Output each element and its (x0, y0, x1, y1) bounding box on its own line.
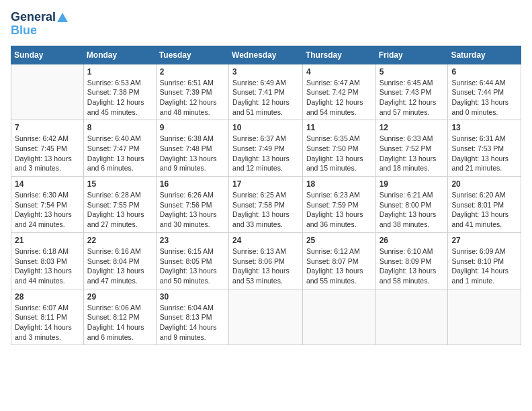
header-tuesday: Tuesday (156, 46, 228, 64)
calendar-cell: 11Sunrise: 6:35 AMSunset: 7:50 PMDayligh… (302, 120, 375, 177)
day-number: 8 (87, 123, 152, 132)
day-info: Sunrise: 6:30 AMSunset: 7:54 PMDaylight:… (15, 190, 80, 230)
day-info: Sunrise: 6:16 AMSunset: 8:04 PMDaylight:… (87, 246, 152, 286)
calendar-cell: 29Sunrise: 6:06 AMSunset: 8:12 PMDayligh… (83, 289, 156, 345)
day-number: 1 (87, 67, 152, 77)
logo: General Blue (11, 11, 68, 38)
day-info: Sunrise: 6:28 AMSunset: 7:55 PMDaylight:… (87, 190, 152, 230)
header-friday: Friday (375, 46, 448, 64)
calendar-cell: 25Sunrise: 6:12 AMSunset: 8:07 PMDayligh… (302, 232, 375, 289)
day-number: 12 (380, 123, 445, 132)
logo-triangle-icon (57, 13, 68, 22)
day-info: Sunrise: 6:25 AMSunset: 7:58 PMDaylight:… (232, 190, 299, 230)
day-info: Sunrise: 6:44 AMSunset: 7:44 PMDaylight:… (451, 78, 517, 118)
day-info: Sunrise: 6:12 AMSunset: 8:07 PMDaylight:… (306, 246, 372, 286)
calendar-cell: 10Sunrise: 6:37 AMSunset: 7:49 PMDayligh… (229, 120, 303, 177)
calendar-week-3: 14Sunrise: 6:30 AMSunset: 7:54 PMDayligh… (11, 177, 521, 233)
calendar-cell: 6Sunrise: 6:44 AMSunset: 7:44 PMDaylight… (448, 64, 521, 120)
day-number: 2 (160, 67, 225, 77)
day-number: 22 (87, 236, 152, 245)
calendar-cell: 9Sunrise: 6:38 AMSunset: 7:48 PMDaylight… (156, 120, 228, 177)
calendar-table: SundayMondayTuesdayWednesdayThursdayFrid… (11, 46, 521, 346)
day-number: 10 (232, 123, 299, 132)
calendar-cell: 14Sunrise: 6:30 AMSunset: 7:54 PMDayligh… (11, 177, 84, 233)
calendar-cell: 28Sunrise: 6:07 AMSunset: 8:11 PMDayligh… (11, 289, 84, 345)
calendar-cell: 18Sunrise: 6:23 AMSunset: 7:59 PMDayligh… (302, 177, 375, 233)
calendar-cell: 2Sunrise: 6:51 AMSunset: 7:39 PMDaylight… (156, 64, 228, 120)
day-info: Sunrise: 6:47 AMSunset: 7:42 PMDaylight:… (306, 78, 372, 118)
day-number: 11 (306, 123, 372, 132)
day-number: 14 (15, 179, 80, 189)
day-info: Sunrise: 6:37 AMSunset: 7:49 PMDaylight:… (232, 134, 299, 173)
day-info: Sunrise: 6:04 AMSunset: 8:13 PMDaylight:… (160, 303, 225, 342)
day-number: 13 (451, 123, 517, 132)
day-number: 16 (160, 179, 225, 189)
calendar-cell: 22Sunrise: 6:16 AMSunset: 8:04 PMDayligh… (83, 232, 156, 289)
day-number: 23 (160, 236, 225, 245)
logo-text-blue: Blue (11, 24, 37, 38)
day-info: Sunrise: 6:42 AMSunset: 7:45 PMDaylight:… (15, 134, 80, 173)
calendar-cell: 30Sunrise: 6:04 AMSunset: 8:13 PMDayligh… (156, 289, 228, 345)
header-monday: Monday (83, 46, 156, 64)
calendar-header-row: SundayMondayTuesdayWednesdayThursdayFrid… (11, 46, 521, 64)
day-number: 5 (380, 67, 445, 77)
calendar-cell: 24Sunrise: 6:13 AMSunset: 8:06 PMDayligh… (229, 232, 303, 289)
day-info: Sunrise: 6:06 AMSunset: 8:12 PMDaylight:… (87, 303, 152, 342)
calendar-cell (448, 289, 521, 345)
header-sunday: Sunday (11, 46, 84, 64)
day-info: Sunrise: 6:38 AMSunset: 7:48 PMDaylight:… (160, 134, 225, 173)
day-number: 24 (232, 236, 299, 245)
calendar-cell (11, 64, 84, 120)
day-number: 17 (232, 179, 299, 189)
day-number: 3 (232, 67, 299, 77)
day-info: Sunrise: 6:35 AMSunset: 7:50 PMDaylight:… (306, 134, 372, 173)
day-number: 7 (15, 123, 80, 132)
calendar-cell: 13Sunrise: 6:31 AMSunset: 7:53 PMDayligh… (448, 120, 521, 177)
day-number: 4 (306, 67, 372, 77)
calendar-cell: 19Sunrise: 6:21 AMSunset: 8:00 PMDayligh… (375, 177, 448, 233)
calendar-cell: 26Sunrise: 6:10 AMSunset: 8:09 PMDayligh… (375, 232, 448, 289)
page-header: General Blue (11, 11, 521, 38)
day-info: Sunrise: 6:49 AMSunset: 7:41 PMDaylight:… (232, 78, 299, 118)
day-info: Sunrise: 6:07 AMSunset: 8:11 PMDaylight:… (15, 303, 80, 342)
day-number: 30 (160, 292, 225, 302)
calendar-cell: 15Sunrise: 6:28 AMSunset: 7:55 PMDayligh… (83, 177, 156, 233)
day-number: 15 (87, 179, 152, 189)
day-number: 9 (160, 123, 225, 132)
day-info: Sunrise: 6:18 AMSunset: 8:03 PMDaylight:… (15, 246, 80, 286)
calendar-week-4: 21Sunrise: 6:18 AMSunset: 8:03 PMDayligh… (11, 232, 521, 289)
day-info: Sunrise: 6:21 AMSunset: 8:00 PMDaylight:… (380, 190, 445, 230)
day-info: Sunrise: 6:20 AMSunset: 8:01 PMDaylight:… (451, 190, 517, 230)
header-wednesday: Wednesday (229, 46, 303, 64)
day-number: 28 (15, 292, 80, 302)
calendar-cell: 20Sunrise: 6:20 AMSunset: 8:01 PMDayligh… (448, 177, 521, 233)
calendar-week-1: 1Sunrise: 6:53 AMSunset: 7:38 PMDaylight… (11, 64, 521, 120)
day-number: 6 (451, 67, 517, 77)
day-info: Sunrise: 6:31 AMSunset: 7:53 PMDaylight:… (451, 134, 517, 173)
header-saturday: Saturday (448, 46, 521, 64)
logo-text-general: General (11, 11, 56, 24)
day-number: 19 (380, 179, 445, 189)
day-info: Sunrise: 6:40 AMSunset: 7:47 PMDaylight:… (87, 134, 152, 173)
day-number: 26 (380, 236, 445, 245)
day-info: Sunrise: 6:23 AMSunset: 7:59 PMDaylight:… (306, 190, 372, 230)
calendar-cell: 8Sunrise: 6:40 AMSunset: 7:47 PMDaylight… (83, 120, 156, 177)
calendar-cell: 17Sunrise: 6:25 AMSunset: 7:58 PMDayligh… (229, 177, 303, 233)
calendar-cell (229, 289, 303, 345)
day-number: 21 (15, 236, 80, 245)
day-info: Sunrise: 6:45 AMSunset: 7:43 PMDaylight:… (380, 78, 445, 118)
calendar-week-5: 28Sunrise: 6:07 AMSunset: 8:11 PMDayligh… (11, 289, 521, 345)
day-number: 20 (451, 179, 517, 189)
calendar-cell: 21Sunrise: 6:18 AMSunset: 8:03 PMDayligh… (11, 232, 84, 289)
calendar-cell: 3Sunrise: 6:49 AMSunset: 7:41 PMDaylight… (229, 64, 303, 120)
calendar-cell: 16Sunrise: 6:26 AMSunset: 7:56 PMDayligh… (156, 177, 228, 233)
header-thursday: Thursday (302, 46, 375, 64)
day-number: 25 (306, 236, 372, 245)
day-info: Sunrise: 6:51 AMSunset: 7:39 PMDaylight:… (160, 78, 225, 118)
day-number: 27 (451, 236, 517, 245)
calendar-cell: 5Sunrise: 6:45 AMSunset: 7:43 PMDaylight… (375, 64, 448, 120)
calendar-cell: 4Sunrise: 6:47 AMSunset: 7:42 PMDaylight… (302, 64, 375, 120)
day-info: Sunrise: 6:10 AMSunset: 8:09 PMDaylight:… (380, 246, 445, 286)
day-info: Sunrise: 6:09 AMSunset: 8:10 PMDaylight:… (451, 246, 517, 286)
day-info: Sunrise: 6:26 AMSunset: 7:56 PMDaylight:… (160, 190, 225, 230)
